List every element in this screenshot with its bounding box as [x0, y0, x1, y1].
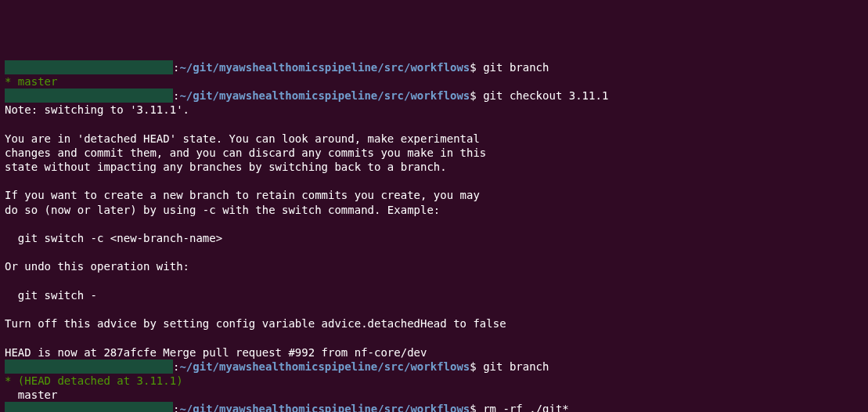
terminal-line: HEAD is now at 287afcfe Merge pull reque…	[5, 345, 863, 360]
output-text: git switch -c <new-branch-name>	[5, 232, 222, 244]
output-text: Turn off this advice by setting config v…	[5, 317, 506, 330]
user-host-redacted	[5, 402, 173, 412]
prompt-path: ~/git/myawshealthomicspipeline/src/workf…	[179, 360, 470, 373]
terminal-line: :~/git/myawshealthomicspipeline/src/work…	[5, 402, 863, 412]
prompt-path: ~/git/myawshealthomicspipeline/src/workf…	[179, 61, 470, 74]
user-host-redacted	[5, 60, 173, 74]
output-text: state without impacting any branches by …	[5, 161, 447, 173]
terminal-line: state without impacting any branches by …	[5, 160, 863, 174]
output-text: HEAD is now at 287afcfe Merge pull reque…	[5, 346, 427, 359]
terminal-line	[5, 174, 863, 188]
output-text: If you want to create a new branch to re…	[5, 189, 480, 201]
command-text: git branch	[483, 360, 549, 373]
terminal-output[interactable]: :~/git/myawshealthomicspipeline/src/work…	[5, 60, 863, 412]
terminal-line	[5, 302, 863, 316]
output-text: master	[5, 389, 57, 401]
prompt-path: ~/git/myawshealthomicspipeline/src/workf…	[179, 89, 470, 102]
terminal-line: git switch -c <new-branch-name>	[5, 231, 863, 245]
command-text: git checkout 3.11.1	[483, 89, 608, 102]
terminal-line: git switch -	[5, 288, 863, 302]
output-text: Note: switching to '3.11.1'.	[5, 103, 189, 116]
user-host-redacted	[5, 89, 173, 103]
output-text: do so (now or later) by using -c with th…	[5, 204, 440, 216]
current-branch: * master	[5, 75, 57, 88]
output-text: changes and commit them, and you can dis…	[5, 146, 486, 159]
terminal-line	[5, 245, 863, 259]
terminal-line: :~/git/myawshealthomicspipeline/src/work…	[5, 60, 863, 74]
terminal-line: Turn off this advice by setting config v…	[5, 316, 863, 331]
terminal-line: * master	[5, 74, 863, 89]
command-text: rm -rf ./git*	[483, 403, 569, 412]
output-text: Or undo this operation with:	[5, 260, 189, 273]
terminal-line: do so (now or later) by using -c with th…	[5, 203, 863, 217]
current-branch: * (HEAD detached at 3.11.1)	[5, 374, 183, 387]
prompt-dollar: $	[470, 360, 483, 373]
output-text: You are in 'detached HEAD' state. You ca…	[5, 132, 480, 145]
terminal-line	[5, 117, 863, 132]
output-text: git switch -	[5, 289, 97, 302]
terminal-line: changes and commit them, and you can dis…	[5, 146, 863, 160]
terminal-line: Note: switching to '3.11.1'.	[5, 103, 863, 117]
prompt-path: ~/git/myawshealthomicspipeline/src/workf…	[179, 403, 470, 412]
command-text: git branch	[483, 61, 549, 74]
terminal-line: * (HEAD detached at 3.11.1)	[5, 374, 863, 388]
terminal-line: If you want to create a new branch to re…	[5, 188, 863, 202]
user-host-redacted	[5, 360, 173, 374]
terminal-line: Or undo this operation with:	[5, 259, 863, 273]
terminal-line	[5, 217, 863, 231]
terminal-line	[5, 331, 863, 345]
prompt-dollar: $	[470, 61, 483, 74]
prompt-dollar: $	[470, 403, 483, 412]
terminal-line: :~/git/myawshealthomicspipeline/src/work…	[5, 360, 863, 374]
terminal-line: :~/git/myawshealthomicspipeline/src/work…	[5, 89, 863, 103]
prompt-dollar: $	[470, 89, 483, 102]
terminal-line: master	[5, 388, 863, 402]
terminal-line: You are in 'detached HEAD' state. You ca…	[5, 132, 863, 146]
terminal-line	[5, 274, 863, 288]
